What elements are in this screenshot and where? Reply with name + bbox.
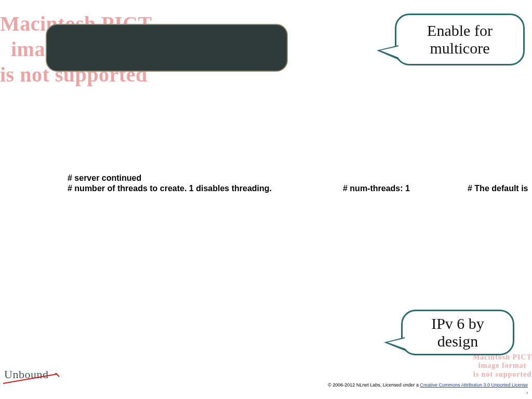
- unbound-text: Unbound: [4, 368, 48, 381]
- unbound-logo: Unbound: [4, 368, 48, 381]
- copyright-footer: © 2006-2012 NLnet Labs, Licensed under a…: [328, 382, 528, 394]
- dark-title-block: [46, 24, 288, 72]
- callout-ipv6-design: IPv 6 by design: [401, 310, 514, 355]
- callout-tail-icon: [388, 338, 405, 349]
- callout-enable-multicore: Enable for multicore: [395, 14, 525, 65]
- callout-tail-icon: [380, 46, 399, 58]
- config-setting-line: # num-threads: 1: [343, 184, 410, 193]
- pict-placeholder-small: Macintosh PICT image format is not suppo…: [473, 353, 532, 379]
- svg-line-1: [55, 373, 59, 377]
- config-comment-line: # server continued: [68, 174, 141, 183]
- footer-post: .: [526, 388, 528, 393]
- license-link[interactable]: Creative Commons Attribution 3.0 Unporte…: [420, 382, 528, 388]
- callout-label: IPv 6 by design: [431, 315, 484, 350]
- config-comment-line: # number of threads to create. 1 disable…: [68, 184, 272, 193]
- footer-pre: © 2006-2012 NLnet Labs, Licensed under a: [328, 382, 420, 388]
- config-comment-line: # The default is: [468, 184, 528, 193]
- callout-label: Enable for multicore: [427, 22, 493, 57]
